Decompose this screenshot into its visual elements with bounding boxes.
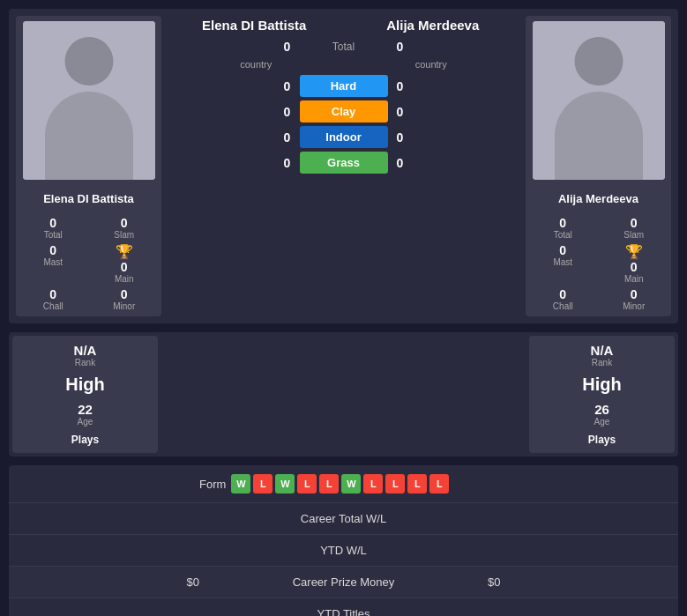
main-container: Elena DI Battista 0 Total 0 Slam 0 Mast … [0, 0, 687, 616]
right-age: 26 Age [536, 402, 668, 427]
prize-right: $0 [488, 575, 664, 589]
grass-score-left: 0 [275, 156, 300, 170]
clay-badge: Clay [300, 100, 388, 122]
surface-indoor-row: 0 Indoor 0 [168, 126, 519, 148]
right-stats-grid: 0 Total 0 Slam 0 Mast 🏆 0 Main 0 [531, 216, 666, 311]
surfaces-list: 0 Hard 0 0 Clay 0 0 Indoor 0 [168, 75, 519, 174]
bottom-section: Form WLWLLWLLLL Career Total W/L YTD W/L… [9, 465, 678, 616]
prize-row: $0 Career Prize Money $0 [9, 567, 678, 598]
career-wl-label: Career Total W/L [199, 512, 488, 525]
left-trophy-icon: 🏆 [116, 243, 133, 260]
form-badge-l: L [363, 474, 383, 494]
left-stats-grid: 0 Total 0 Slam 0 Mast 🏆 0 Main 0 [21, 216, 156, 311]
left-country: country [168, 59, 344, 70]
total-label: Total [300, 41, 388, 53]
indoor-badge: Indoor [300, 126, 388, 148]
form-badges: WLWLLWLLLL [231, 474, 449, 494]
total-row: 0 Total 0 [168, 40, 519, 54]
form-row: Form WLWLLWLLLL [9, 465, 678, 503]
right-mast-stat: 0 Mast [531, 243, 595, 284]
left-info-panel: N/A Rank High 22 Age Plays [12, 336, 158, 453]
left-name-header: Elena DI Battista [172, 18, 337, 33]
indoor-score-left: 0 [275, 130, 300, 145]
left-player-card: Elena DI Battista 0 Total 0 Slam 0 Mast … [16, 16, 161, 316]
info-row: N/A Rank High 22 Age Plays N/A Rank Hig [9, 332, 678, 456]
indoor-score-right: 0 [388, 130, 413, 145]
right-slam-stat: 0 Slam [602, 216, 667, 240]
center-spacer [158, 336, 529, 453]
hard-badge: Hard [300, 75, 388, 97]
country-row: country country [168, 57, 519, 71]
right-high: High [536, 375, 668, 395]
form-badge-l: L [319, 474, 339, 494]
left-plays: Plays [19, 434, 151, 446]
right-minor-stat: 0 Minor [602, 287, 667, 311]
center-col: Elena DI Battista Alija Merdeeva 0 Total… [165, 12, 522, 320]
clay-score-left: 0 [275, 105, 300, 119]
surface-grass-row: 0 Grass 0 [168, 152, 519, 174]
form-badge-w: W [341, 474, 361, 494]
form-badge-l: L [253, 474, 273, 494]
form-badge-w: W [231, 474, 250, 494]
form-text: Form [199, 478, 226, 491]
grass-badge: Grass [300, 152, 388, 174]
right-trophy-icon: 🏆 [625, 243, 643, 260]
left-total-stat: 0 Total [21, 216, 86, 240]
surface-clay-row: 0 Clay 0 [168, 100, 519, 122]
right-player-name: Alija Merdeeva [558, 192, 638, 205]
clay-score-right: 0 [388, 105, 413, 119]
prize-label: Career Prize Money [199, 575, 488, 589]
form-badge-l: L [407, 474, 427, 494]
left-slam-stat: 0 Slam [93, 216, 157, 240]
left-player-avatar [23, 21, 155, 180]
right-country: country [344, 59, 519, 70]
comparison-block: Elena DI Battista 0 Total 0 Slam 0 Mast … [9, 9, 678, 323]
right-info-panel: N/A Rank High 26 Age Plays [529, 336, 675, 453]
hard-score-right: 0 [388, 79, 413, 93]
form-badge-l: L [429, 474, 449, 494]
prize-left: $0 [23, 575, 199, 589]
right-chall-stat: 0 Chall [531, 287, 595, 311]
career-wl-row: Career Total W/L [9, 503, 678, 535]
right-player-avatar [533, 21, 665, 180]
total-score-right: 0 [388, 40, 413, 54]
ytd-titles-label: YTD Titles [199, 607, 488, 616]
form-badge-w: W [275, 474, 295, 494]
surface-hard-row: 0 Hard 0 [168, 75, 519, 97]
left-minor-stat: 0 Minor [93, 287, 157, 311]
ytd-wl-row: YTD W/L [9, 535, 678, 567]
left-rank: N/A Rank [19, 343, 151, 367]
left-age: 22 Age [19, 402, 151, 427]
left-mast-stat: 0 Mast [21, 243, 86, 284]
right-total-stat: 0 Total [531, 216, 595, 240]
left-high: High [19, 375, 151, 395]
grass-score-right: 0 [388, 156, 413, 170]
left-chall-stat: 0 Chall [21, 287, 86, 311]
ytd-titles-row: YTD Titles [9, 598, 678, 616]
left-trophy-stat: 🏆 0 Main [93, 243, 157, 284]
total-score-left: 0 [275, 40, 300, 54]
form-badge-l: L [385, 474, 405, 494]
right-plays: Plays [536, 434, 668, 446]
form-badge-l: L [297, 474, 317, 494]
left-player-name: Elena DI Battista [43, 192, 134, 205]
ytd-wl-label: YTD W/L [199, 544, 488, 557]
hard-score-left: 0 [275, 79, 300, 93]
form-label: Form WLWLLWLLLL [199, 474, 488, 494]
right-player-card: Alija Merdeeva 0 Total 0 Slam 0 Mast 🏆 0 [526, 16, 671, 316]
right-trophy-stat: 🏆 0 Main [602, 243, 667, 284]
right-name-header: Alija Merdeeva [351, 18, 516, 33]
right-rank: N/A Rank [536, 343, 668, 367]
